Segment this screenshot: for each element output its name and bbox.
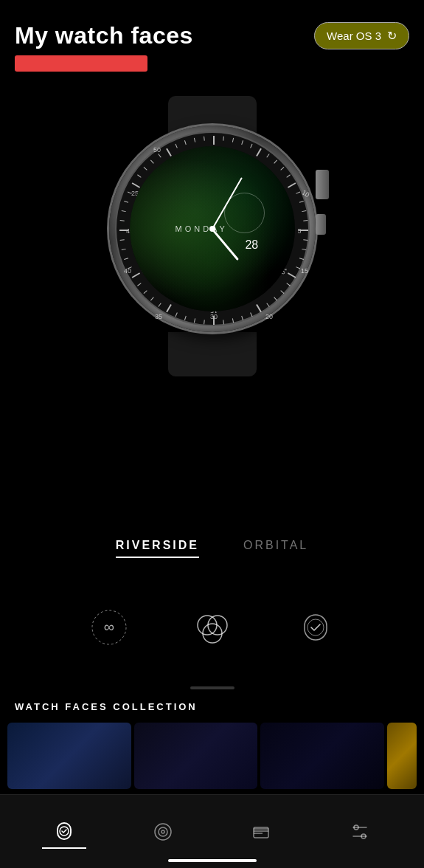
crown-bottom — [316, 214, 326, 235]
svg-line-48 — [124, 201, 128, 202]
svg-point-86 — [155, 824, 171, 840]
svg-line-27 — [241, 316, 243, 320]
send-nav-icon — [251, 822, 271, 842]
svg-line-46 — [119, 221, 124, 221]
svg-line-18 — [299, 258, 304, 260]
minute-hand — [212, 177, 243, 229]
nav-explore[interactable] — [141, 816, 185, 848]
svg-line-26 — [250, 312, 251, 316]
collection-thumbnails — [0, 723, 424, 789]
collection-thumb-1[interactable] — [7, 723, 131, 789]
face-name-orbital[interactable]: ORBITAL — [243, 539, 308, 552]
svg-line-14 — [303, 221, 307, 221]
svg-line-3 — [241, 140, 243, 145]
collection-section: WATCH FACES COLLECTION — [0, 686, 424, 789]
collection-thumb-2[interactable] — [134, 723, 258, 789]
svg-line-31 — [204, 320, 204, 324]
face-name-riverside[interactable]: RIVERSIDE — [116, 539, 199, 552]
watch-band-bottom — [168, 332, 257, 376]
riverside-option[interactable]: RIVERSIDE — [116, 539, 199, 558]
watch-faces-nav-icon — [54, 821, 74, 841]
home-indicator — [168, 859, 257, 862]
svg-line-59 — [204, 137, 204, 141]
svg-line-13 — [302, 210, 306, 211]
svg-point-87 — [159, 827, 167, 836]
svg-text:∞: ∞ — [103, 619, 114, 635]
svg-line-57 — [184, 140, 186, 145]
customization-icons: ∞ — [0, 605, 424, 650]
svg-line-12 — [299, 201, 304, 202]
collection-thumb-4[interactable] — [387, 723, 417, 789]
svg-text:30: 30 — [209, 313, 217, 320]
section-divider — [190, 686, 234, 689]
svg-text:15: 15 — [300, 267, 307, 275]
collection-title: WATCH FACES COLLECTION — [0, 701, 424, 723]
watch-container: ▽ 5 10 15 20 25 55 5 10 20 30 35 45 — [87, 96, 338, 376]
infinity-icon-btn[interactable]: ∞ — [87, 605, 131, 650]
page-title: My watch faces — [15, 22, 193, 49]
svg-text:5: 5 — [297, 227, 301, 235]
redacted-username — [15, 55, 147, 72]
svg-line-33 — [184, 316, 186, 320]
svg-text:35: 35 — [154, 313, 161, 320]
svg-point-88 — [161, 830, 164, 833]
crown-top — [316, 170, 329, 199]
collection-thumb-3[interactable] — [260, 723, 384, 789]
check-watch-icon — [297, 609, 334, 646]
svg-line-11 — [296, 192, 299, 193]
svg-line-17 — [302, 249, 306, 249]
active-indicator — [116, 557, 199, 558]
svg-line-58 — [194, 138, 195, 142]
svg-text:20: 20 — [265, 313, 272, 320]
watch-face: MONDAY 28 — [130, 146, 295, 311]
svg-point-83 — [307, 619, 324, 636]
svg-line-29 — [223, 320, 223, 324]
orbital-option[interactable]: ORBITAL — [243, 539, 308, 558]
hour-hand — [211, 228, 239, 261]
wear-os-label: Wear OS 3 — [327, 30, 381, 42]
wear-os-badge[interactable]: Wear OS 3 ↻ — [314, 22, 409, 49]
svg-line-44 — [119, 240, 124, 241]
svg-line-47 — [121, 210, 125, 211]
circles-icon — [194, 609, 231, 646]
nav-send[interactable] — [239, 816, 283, 848]
header-left: My watch faces — [15, 22, 193, 72]
hands-container — [130, 146, 295, 311]
infinity-icon: ∞ — [91, 609, 128, 646]
svg-line-1 — [223, 137, 223, 141]
circles-icon-btn[interactable] — [190, 605, 234, 650]
refresh-icon: ↻ — [387, 29, 397, 43]
watch-area: ▽ 5 10 15 20 25 55 5 10 20 30 35 45 — [0, 96, 424, 376]
center-dot — [209, 226, 215, 232]
svg-line-34 — [175, 312, 176, 316]
explore-nav-icon — [153, 822, 173, 842]
header: My watch faces Wear OS 3 ↻ — [0, 0, 424, 79]
svg-line-19 — [296, 267, 299, 269]
svg-line-16 — [303, 240, 307, 241]
watch-face-names: RIVERSIDE ORBITAL — [0, 539, 424, 558]
svg-line-32 — [194, 318, 195, 323]
svg-line-42 — [124, 258, 128, 260]
svg-line-43 — [121, 249, 125, 249]
nav-settings[interactable] — [338, 816, 382, 848]
svg-line-2 — [232, 138, 233, 142]
svg-line-28 — [232, 318, 233, 323]
check-watch-icon-btn[interactable] — [293, 605, 338, 650]
watch-body[interactable]: ▽ 5 10 15 20 25 55 5 10 20 30 35 45 — [109, 125, 316, 332]
settings-nav-icon — [350, 822, 370, 842]
bottom-nav — [0, 794, 424, 868]
svg-text:10: 10 — [300, 189, 310, 199]
nav-watch-faces[interactable] — [42, 815, 86, 849]
